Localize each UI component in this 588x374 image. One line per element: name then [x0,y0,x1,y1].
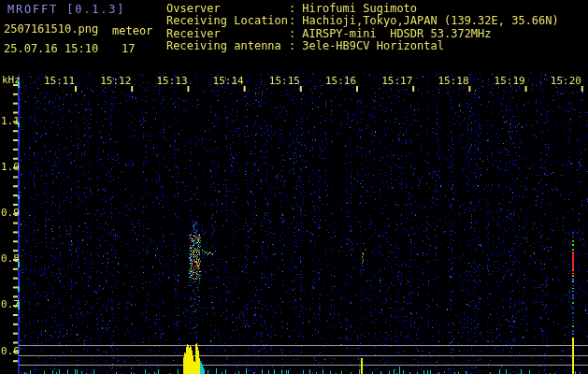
info-label: Receiving antenna [166,40,289,52]
info-value: Hirofumi Sugimoto [302,3,417,15]
info-row-location: Receiving Location:Hachioji,Tokyo,JAPAN … [166,15,559,27]
info-label: Receiving Location [166,15,289,27]
app-title: MROFFT [0.1.3] [7,3,125,16]
info-row-observer: Ovserver:Hirofumi Sugimoto [166,3,559,15]
info-separator: : [289,15,295,27]
spectrogram-canvas [0,0,588,374]
info-row-antenna: Receiving antenna:3ele-HB9CV Horizontal [166,40,559,52]
meteor-count: 17 [122,42,135,55]
info-row-receiver: Receiver:AIRSPY-mini HDSDR 53.372MHz [166,28,559,40]
mrofft-screen: MROFFT [0.1.3] 2507161510.png meteor 25.… [0,0,588,374]
capture-datetime: 25.07.16 15:10 [4,42,98,55]
info-value: AIRSPY-mini HDSDR 53.372MHz [302,28,491,40]
info-value: 3ele-HB9CV Horizontal [302,40,444,52]
info-separator: : [289,40,295,52]
info-label: Receiver [166,28,289,40]
station-info: Ovserver:Hirofumi Sugimoto Receiving Loc… [166,3,559,53]
info-separator: : [289,3,295,15]
freq-axis-unit: kHz [2,74,21,86]
mode-label: meteor [112,24,152,37]
capture-filename: 2507161510.png [4,22,98,36]
info-value: Hachioji,Tokyo,JAPAN (139.32E, 35.66N) [302,15,559,27]
info-label: Ovserver [166,3,289,15]
info-separator: : [289,28,295,40]
